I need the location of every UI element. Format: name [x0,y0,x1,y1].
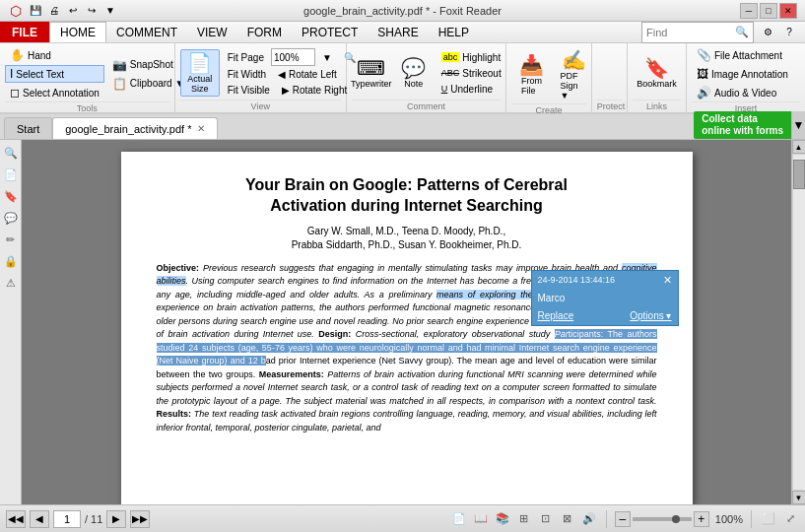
zoom-dropdown-btn[interactable]: ▼ [317,50,337,65]
audio-video-btn[interactable]: 🔊 Audio & Video [692,84,793,101]
scroll-thumb[interactable] [793,160,805,189]
from-file-btn[interactable]: 📥 FromFile [511,51,551,99]
ribbon-group-links: 🔖 Bookmark Links [628,43,687,112]
pdf-sign-btn[interactable]: ✍ PDFSign ▼ [554,46,593,103]
sidebar-warning-icon[interactable]: ⚠ [2,274,20,292]
sidebar-edit-icon[interactable]: ✏ [2,231,20,248]
settings-icon[interactable]: ⚙ [760,25,775,40]
tab-close-icon[interactable]: ✕ [197,123,205,134]
strikeout-btn[interactable]: ABC Strikeout [436,66,506,81]
underline-label: Underline [450,84,493,95]
collect-data-button[interactable]: Collect dataonline with forms [694,111,791,139]
tabs-bar: Start google_brain_activity.pdf * ✕ Coll… [0,114,805,140]
tab-pdf-label: google_brain_activity.pdf * [65,123,191,135]
view-content: 📄 Actual Size Fit Page 100% ▼ 🔍 Fit Widt… [180,46,341,100]
fit-page-btn[interactable]: Fit Page [223,50,269,65]
dropdown-icon[interactable]: ▼ [102,3,118,19]
tools-content: ✋ Hand I Select Text ◻ Select Annotation… [5,46,169,101]
print-icon[interactable]: 🖨 [46,3,62,19]
comment-content: ⌨ Typewriter 💬 Note abc Highlight ABC St… [352,46,502,100]
scroll-up-btn[interactable]: ▲ [792,140,806,154]
typewriter-btn[interactable]: ⌨ Typewriter [352,54,391,92]
ribbon-group-comment: ⌨ Typewriter 💬 Note abc Highlight ABC St… [347,43,507,112]
view-continuous-icon[interactable]: 📖 [472,510,490,528]
menu-form[interactable]: FORM [237,22,292,42]
save-icon[interactable]: 💾 [28,3,43,19]
note-btn[interactable]: 💬 Note [394,54,434,92]
sidebar-search-icon[interactable]: 🔍 [2,144,20,162]
rotate-right-btn[interactable]: ▶ Rotate Right [277,83,352,98]
sidebar-bookmark-icon[interactable]: 🔖 [2,187,20,205]
highlight-label: Highlight [462,52,501,63]
app-icon: ⬡ [8,3,24,19]
select-annotation-btn[interactable]: ◻ Select Annotation [5,84,104,101]
menu-view[interactable]: VIEW [187,22,237,42]
underline-btn[interactable]: U Underline [436,82,506,97]
view-split-icon[interactable]: ⊡ [537,510,555,528]
help-icon[interactable]: ? [781,25,797,40]
sidebar-comments-icon[interactable]: 💬 [2,209,20,227]
audio-icon[interactable]: 🔊 [580,510,598,528]
menu-help[interactable]: HELP [429,22,479,42]
comment-replace-btn[interactable]: Replace [538,309,574,323]
last-page-btn[interactable]: ▶▶ [130,510,150,528]
rotate-left-btn[interactable]: ◀ Rotate Left [273,67,342,82]
status-icons: 📄 📖 📚 ⊞ ⊡ ⊠ 🔊 [450,510,598,528]
tab-scroll-btn[interactable]: ▼ [791,111,805,139]
search-icon: 🔍 [735,26,749,38]
menu-home[interactable]: HOME [49,22,106,42]
bookmark-btn[interactable]: 🔖 Bookmark [633,54,681,92]
view-compare-icon[interactable]: ⊠ [559,510,576,528]
highlight-btn[interactable]: abc Highlight [436,50,506,65]
view-single-icon[interactable]: 📄 [450,510,468,528]
select-text-btn[interactable]: I Select Text [5,65,104,83]
comment-close-btn[interactable]: ✕ [663,273,672,288]
sidebar-pages-icon[interactable]: 📄 [2,166,20,183]
page-number-input[interactable] [53,510,81,528]
scroll-down-btn[interactable]: ▼ [792,491,806,504]
pdf-container: Your Brain on Google: Patterns of Cerebr… [22,140,791,504]
comment-group-label: Comment [352,100,502,112]
zoom-out-btn[interactable]: – [615,511,631,527]
full-screen-icon[interactable]: ⤢ [781,510,799,528]
zoom-slider[interactable] [633,517,692,521]
sidebar-lock-icon[interactable]: 🔒 [2,252,20,270]
links-group-label: Links [633,100,681,112]
bookmark-icon: 🔖 [644,57,669,79]
fit-visible-btn[interactable]: Fit Visible [223,83,275,98]
fit-width-btn[interactable]: Fit Width [223,67,271,82]
maximize-button[interactable]: □ [760,3,777,19]
minimize-button[interactable]: ─ [740,3,758,19]
image-annotation-btn[interactable]: 🖼 Image Annotation [692,65,793,83]
tab-start[interactable]: Start [4,117,52,139]
view-facing-icon[interactable]: 📚 [494,510,511,528]
menu-share[interactable]: SHARE [368,22,428,42]
zoom-combo[interactable]: 100% [271,48,315,66]
view-grid-icon[interactable]: ⊞ [515,510,533,528]
search-box[interactable]: 🔍 [641,22,754,43]
undo-icon[interactable]: ↩ [65,3,81,19]
next-page-btn[interactable]: ▶ [106,510,126,528]
tab-pdf[interactable]: google_brain_activity.pdf * ✕ [52,117,218,139]
fit-window-icon[interactable]: ⬜ [760,510,777,528]
window-controls: ─ □ ✕ [740,3,797,19]
menu-comment[interactable]: COMMENT [106,22,187,42]
search-input[interactable] [646,27,735,38]
prev-page-btn[interactable]: ◀ [30,510,49,528]
pdf-title: Your Brain on Google: Patterns of Cerebr… [157,175,657,217]
file-attachment-btn[interactable]: 📎 File Attachment [692,46,793,64]
close-button[interactable]: ✕ [779,3,797,19]
zoom-in-btn[interactable]: + [694,511,709,527]
comment-options-btn[interactable]: Options ▾ [630,309,671,323]
redo-icon[interactable]: ↪ [84,3,100,19]
actual-size-btn[interactable]: 📄 Actual Size [180,49,220,97]
hand-tool-btn[interactable]: ✋ Hand [5,46,104,64]
first-page-btn[interactable]: ◀◀ [6,510,26,528]
pdf-sign-label: PDFSign ▼ [560,71,587,100]
tools-group-label: Tools [5,101,169,114]
menu-protect[interactable]: PROTECT [292,22,368,42]
scroll-track[interactable] [793,155,805,490]
insert-content: 📎 File Attachment 🖼 Image Annotation 🔊 A… [692,46,800,101]
menu-file[interactable]: FILE [0,22,49,42]
comment-popup: 24-9-2014 13:44:16 ✕ Marco Replace Optio… [531,270,679,326]
